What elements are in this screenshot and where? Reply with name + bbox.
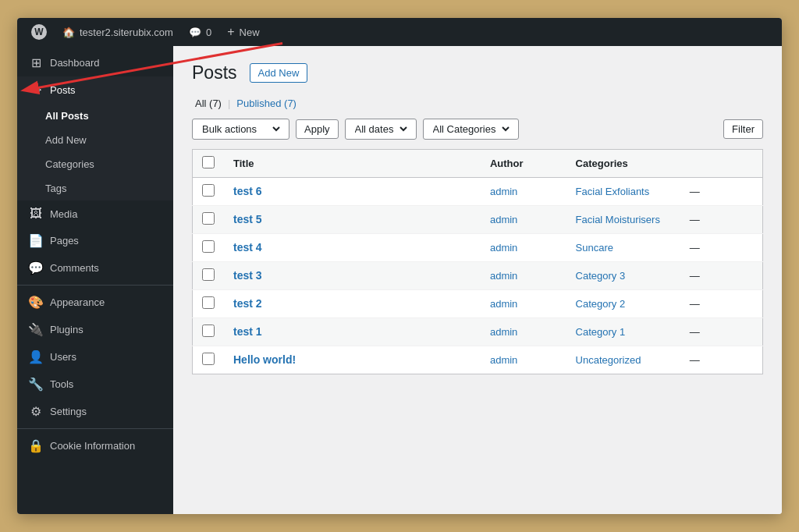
- bulk-actions-select[interactable]: Bulk actions Edit Move to Trash: [199, 122, 282, 136]
- content-area: Posts Add New All (7) | Published (7) Bu…: [173, 46, 782, 514]
- filter-tab-published[interactable]: Published (7): [233, 98, 300, 109]
- author-link[interactable]: admin: [490, 354, 517, 366]
- posts-icon: ✏: [28, 83, 44, 98]
- sidebar-item-comments[interactable]: 💬 Comments: [17, 254, 173, 282]
- comments-item[interactable]: 💬 0: [181, 18, 219, 46]
- row-extra-cell: —: [680, 289, 763, 317]
- dates-select-wrapper[interactable]: All dates: [345, 119, 417, 140]
- sidebar-item-pages[interactable]: 📄 Pages: [17, 227, 173, 254]
- row-author-cell: admin: [481, 346, 566, 374]
- select-all-checkbox[interactable]: [202, 156, 215, 168]
- sidebar-item-dashboard[interactable]: ⊞ Dashboard: [17, 49, 173, 76]
- add-new-button[interactable]: Add New: [250, 63, 308, 83]
- th-categories: Categories: [566, 149, 680, 177]
- category-link[interactable]: Category 2: [576, 298, 626, 310]
- sidebar-label-users: Users: [50, 351, 76, 363]
- sidebar-item-plugins[interactable]: 🔌 Plugins: [17, 316, 173, 343]
- category-link[interactable]: Facial Moisturisers: [576, 214, 660, 225]
- categories-label: Categories: [45, 158, 94, 170]
- post-title-link[interactable]: test 1: [233, 325, 262, 338]
- row-title-cell: test 2: [224, 289, 481, 317]
- sidebar-item-tags[interactable]: Tags: [17, 176, 173, 200]
- new-item[interactable]: + New: [219, 18, 267, 46]
- sidebar-item-add-new[interactable]: Add New: [17, 128, 173, 152]
- author-link[interactable]: admin: [490, 326, 517, 338]
- filter-button[interactable]: Filter: [723, 119, 763, 139]
- dates-select[interactable]: All dates: [352, 122, 410, 136]
- author-link[interactable]: admin: [490, 214, 517, 225]
- sidebar-item-media[interactable]: 🖼 Media: [17, 200, 173, 227]
- pages-icon: 📄: [28, 233, 44, 248]
- sidebar-item-posts[interactable]: ✏ Posts: [17, 76, 173, 104]
- category-link[interactable]: Uncategorized: [576, 354, 641, 366]
- table-row: Hello world! admin Uncategorized —: [193, 346, 763, 374]
- filter-tabs: All (7) | Published (7): [192, 98, 763, 109]
- category-link[interactable]: Suncare: [576, 242, 613, 254]
- sidebar-label-posts: Posts: [50, 84, 76, 96]
- sidebar-item-settings[interactable]: ⚙ Settings: [17, 398, 173, 425]
- row-extra-cell: —: [680, 205, 763, 233]
- comment-icon: 💬: [189, 27, 201, 38]
- post-title-link[interactable]: test 3: [233, 269, 262, 282]
- row-category-cell: Category 3: [566, 261, 680, 289]
- author-link[interactable]: admin: [490, 186, 517, 197]
- row-title-cell: test 6: [224, 177, 481, 205]
- row-checkbox[interactable]: [202, 240, 215, 253]
- add-new-sub-label: Add New: [45, 134, 87, 146]
- row-checkbox[interactable]: [202, 268, 215, 281]
- plus-icon: +: [227, 25, 234, 39]
- category-link[interactable]: Facial Exfoliants: [576, 186, 650, 197]
- dashboard-icon: ⊞: [28, 55, 44, 70]
- sidebar-label-settings: Settings: [50, 406, 87, 417]
- row-checkbox[interactable]: [202, 184, 215, 197]
- tools-icon: 🔧: [28, 377, 44, 392]
- sidebar-item-tools[interactable]: 🔧 Tools: [17, 371, 173, 398]
- site-name-item[interactable]: 🏠 tester2.siterubix.com: [55, 18, 181, 46]
- sidebar-item-cookie[interactable]: 🔒 Cookie Information: [17, 432, 173, 459]
- post-title-link[interactable]: Hello world!: [233, 353, 296, 366]
- home-icon: 🏠: [62, 27, 75, 38]
- tags-label: Tags: [45, 183, 66, 194]
- comments-count: 0: [206, 27, 211, 38]
- category-link[interactable]: Category 1: [576, 326, 626, 338]
- post-title-link[interactable]: test 4: [233, 241, 262, 254]
- categories-select-wrapper[interactable]: All Categories: [423, 119, 519, 140]
- admin-bar: W 🏠 tester2.siterubix.com 💬 0 + New: [17, 18, 782, 46]
- row-checkbox[interactable]: [202, 325, 215, 337]
- content-inner: Posts Add New All (7) | Published (7) Bu…: [173, 46, 782, 390]
- sidebar-item-users[interactable]: 👤 Users: [17, 343, 173, 371]
- post-title-link[interactable]: test 6: [233, 185, 262, 197]
- th-extra: [680, 149, 763, 177]
- filter-tab-all[interactable]: All (7): [192, 98, 225, 109]
- sidebar-item-categories[interactable]: Categories: [17, 152, 173, 176]
- post-title-link[interactable]: test 2: [233, 297, 262, 310]
- sidebar-item-all-posts[interactable]: All Posts: [17, 104, 173, 128]
- author-link[interactable]: admin: [490, 270, 517, 282]
- wp-logo: W: [31, 24, 47, 40]
- sidebar-label-cookie: Cookie Information: [50, 440, 135, 452]
- row-checkbox-cell: [193, 317, 225, 346]
- category-link[interactable]: Category 3: [576, 270, 626, 282]
- author-link[interactable]: admin: [490, 298, 517, 310]
- comments-sidebar-icon: 💬: [28, 261, 44, 275]
- categories-select[interactable]: All Categories: [430, 122, 512, 136]
- row-extra-cell: —: [680, 177, 763, 205]
- page-title: Posts: [192, 62, 237, 85]
- row-checkbox[interactable]: [202, 296, 215, 309]
- post-title-link[interactable]: test 5: [233, 213, 262, 225]
- row-title-cell: test 4: [224, 233, 481, 261]
- bulk-actions-select-wrapper[interactable]: Bulk actions Edit Move to Trash: [192, 119, 289, 140]
- sidebar-item-appearance[interactable]: 🎨 Appearance: [17, 289, 173, 316]
- sidebar-label-dashboard: Dashboard: [50, 57, 100, 69]
- apply-button[interactable]: Apply: [296, 119, 339, 139]
- row-category-cell: Uncategorized: [566, 346, 680, 374]
- row-checkbox[interactable]: [202, 353, 215, 365]
- posts-table: Title Author Categories: [192, 149, 763, 374]
- author-link[interactable]: admin: [490, 242, 517, 254]
- row-checkbox[interactable]: [202, 212, 215, 225]
- sidebar-divider-2: [17, 428, 173, 429]
- table-row: test 2 admin Category 2 —: [193, 289, 763, 317]
- row-category-cell: Category 2: [566, 289, 680, 317]
- row-extra-cell: —: [680, 317, 763, 346]
- wp-logo-item[interactable]: W: [23, 18, 55, 46]
